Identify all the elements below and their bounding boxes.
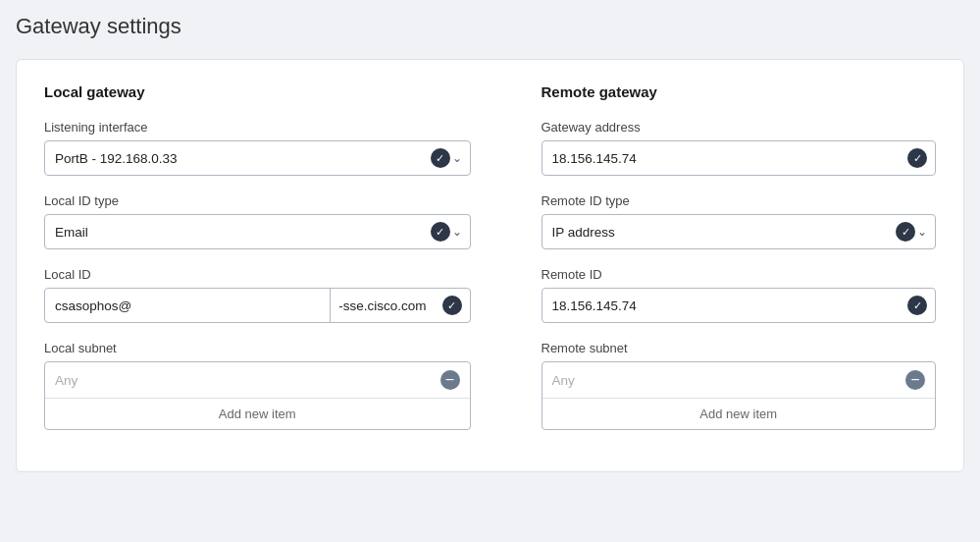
remote-id-type-check-icon: ✓ (896, 222, 915, 242)
remote-id-type-group: Remote ID type IP address ✓ ⌄ (542, 193, 937, 249)
remote-id-type-chevron-icon: ⌄ (917, 225, 927, 239)
local-subnet-minus-icon[interactable]: − (440, 370, 460, 390)
local-id-label: Local ID (44, 267, 471, 282)
remote-id-value: 18.156.145.74 (552, 298, 904, 313)
local-subnet-group: Local subnet Any − Add new item (44, 341, 471, 430)
page-container: Gateway settings Local gateway Listening… (0, 0, 980, 542)
remote-subnet-box: Any − Add new item (542, 361, 937, 430)
local-subnet-box: Any − Add new item (44, 361, 471, 430)
local-id-input[interactable]: csasophos@ -sse.cisco.com ✓ (44, 288, 471, 323)
remote-id-input[interactable]: 18.156.145.74 ✓ (542, 288, 937, 323)
remote-subnet-minus-icon[interactable]: − (905, 370, 925, 390)
listening-interface-input[interactable]: PortB - 192.168.0.33 ✓ ⌄ (44, 140, 471, 176)
listening-interface-group: Listening interface PortB - 192.168.0.33… (44, 120, 471, 176)
local-id-type-chevron-icon: ⌄ (452, 225, 462, 239)
gateway-settings-card: Local gateway Listening interface PortB … (16, 59, 964, 472)
remote-id-group: Remote ID 18.156.145.74 ✓ (542, 267, 937, 323)
remote-id-label: Remote ID (542, 267, 937, 282)
local-id-right-value: -sse.cisco.com (331, 298, 434, 313)
local-subnet-placeholder: Any (55, 373, 437, 388)
listening-interface-chevron-icon: ⌄ (452, 151, 462, 165)
remote-id-type-input[interactable]: IP address ✓ ⌄ (542, 214, 937, 249)
gateway-address-check-icon: ✓ (907, 148, 927, 168)
local-id-type-value: Email (55, 225, 427, 240)
gateway-address-label: Gateway address (542, 120, 937, 135)
local-id-check-icon: ✓ (442, 296, 462, 315)
local-section-title: Local gateway (44, 83, 471, 100)
remote-subnet-label: Remote subnet (542, 341, 937, 355)
remote-subnet-placeholder: Any (552, 373, 903, 388)
remote-add-new-button[interactable]: Add new item (542, 398, 936, 429)
remote-gateway-section: Remote gateway Gateway address 18.156.14… (510, 83, 937, 448)
listening-interface-check-icon: ✓ (431, 148, 450, 168)
local-id-type-group: Local ID type Email ✓ ⌄ (44, 193, 471, 249)
page-title: Gateway settings (16, 10, 964, 43)
local-add-new-button[interactable]: Add new item (45, 398, 470, 429)
remote-subnet-inner: Any − (542, 362, 936, 398)
remote-id-type-value: IP address (552, 225, 893, 240)
local-gateway-section: Local gateway Listening interface PortB … (44, 83, 471, 448)
listening-interface-label: Listening interface (44, 120, 471, 135)
local-id-icon-wrap: ✓ (435, 296, 470, 315)
remote-subnet-group: Remote subnet Any − Add new item (542, 341, 937, 430)
local-id-type-input[interactable]: Email ✓ ⌄ (44, 214, 471, 249)
gateway-address-input[interactable]: 18.156.145.74 ✓ (542, 140, 937, 176)
listening-interface-value: PortB - 192.168.0.33 (55, 151, 427, 166)
local-id-group: Local ID csasophos@ -sse.cisco.com ✓ (44, 267, 471, 323)
local-id-type-check-icon: ✓ (431, 222, 450, 242)
local-id-type-label: Local ID type (44, 193, 471, 208)
local-subnet-label: Local subnet (44, 341, 471, 355)
remote-id-check-icon: ✓ (907, 296, 927, 315)
remote-id-type-label: Remote ID type (542, 193, 937, 208)
local-subnet-inner: Any − (45, 362, 470, 398)
local-id-left-value: csasophos@ (45, 298, 330, 313)
gateway-address-value: 18.156.145.74 (552, 151, 904, 166)
remote-section-title: Remote gateway (542, 83, 937, 100)
two-col-layout: Local gateway Listening interface PortB … (44, 83, 936, 448)
gateway-address-group: Gateway address 18.156.145.74 ✓ (542, 120, 937, 176)
